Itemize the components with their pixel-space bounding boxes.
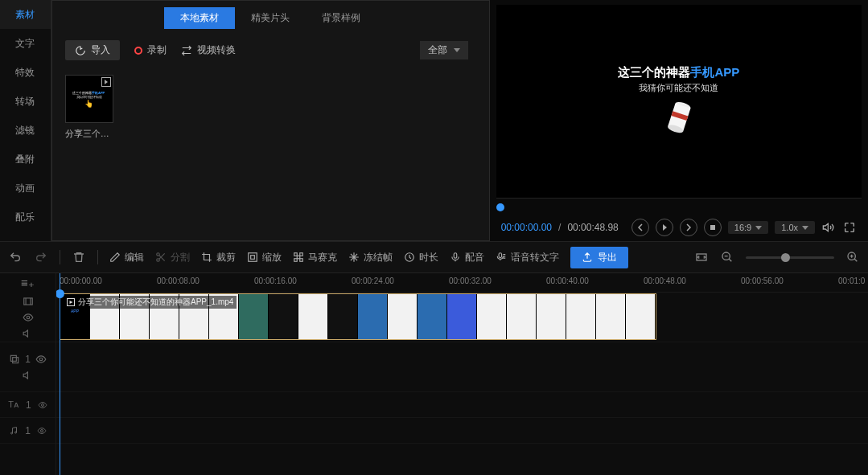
freeze-button[interactable]: 冻结帧 xyxy=(348,251,393,264)
eye-icon[interactable] xyxy=(35,354,47,365)
record-icon xyxy=(134,47,142,55)
zoom-in-button[interactable] xyxy=(845,250,860,264)
video-clip[interactable]: 分享三个你可能还不知道的神器APP_1.mp4 APP xyxy=(60,293,656,340)
stop-button[interactable] xyxy=(704,219,722,236)
audio-track[interactable] xyxy=(56,418,868,444)
prev-frame-button[interactable] xyxy=(631,219,649,236)
text-track-header[interactable]: Tᴀ 1 xyxy=(0,392,56,418)
svg-rect-13 xyxy=(300,259,303,262)
sidebar-item-text[interactable]: 文字 xyxy=(0,29,51,58)
time-current: 00:00:00.00 xyxy=(501,222,552,233)
voice2text-button[interactable]: 语音转文字 xyxy=(496,251,559,264)
eye-icon[interactable] xyxy=(23,312,34,323)
video-track[interactable]: 分享三个你可能还不知道的神器APP_1.mp4 APP xyxy=(56,293,868,342)
sidebar-item-transition[interactable]: 转场 xyxy=(0,87,51,116)
duration-button[interactable]: 时长 xyxy=(404,251,438,264)
main-toolbar: 编辑 分割 裁剪 缩放 马赛克 冻结帧 时长 配音 语音转文字 导出 xyxy=(0,241,868,273)
sidebar-item-overlay[interactable]: 叠附 xyxy=(0,145,51,174)
next-frame-button[interactable] xyxy=(680,219,697,236)
convert-icon xyxy=(181,45,192,56)
timeline-body[interactable]: 00:00:00.00 00:00:08.00 00:00:16.00 00:0… xyxy=(56,273,868,475)
preview-scrubber[interactable] xyxy=(496,198,862,214)
playhead[interactable] xyxy=(60,273,60,475)
aspect-ratio-dropdown[interactable]: 16:9 xyxy=(728,221,768,234)
text-track[interactable] xyxy=(56,392,868,418)
convert-label: 视频转换 xyxy=(197,43,236,57)
eye-icon[interactable] xyxy=(38,400,47,410)
ruler-tick: 00:00:24.00 xyxy=(352,276,394,285)
mosaic-button[interactable]: 马赛克 xyxy=(293,251,337,264)
tab-local[interactable]: 本地素材 xyxy=(164,7,235,29)
sidebar-item-animation[interactable]: 动画 xyxy=(0,174,51,203)
preview-panel: 这三个的神器手机APP 我猜你可能还不知道 00:00:00.00 / 00:0… xyxy=(490,0,868,241)
undo-button[interactable] xyxy=(8,250,23,264)
film-icon xyxy=(23,296,34,307)
asset-name: 分享三个你... xyxy=(65,128,113,140)
svg-rect-16 xyxy=(499,253,502,258)
convert-button[interactable]: 视频转换 xyxy=(181,43,236,57)
video-track-header[interactable] xyxy=(0,293,56,342)
overlay-track[interactable] xyxy=(56,342,868,392)
layers-icon xyxy=(9,354,20,365)
export-button[interactable]: 导出 xyxy=(570,247,628,268)
tab-backgrounds[interactable]: 背景样例 xyxy=(306,7,376,29)
filter-label: 全部 xyxy=(428,43,447,57)
add-track-button[interactable]: ≡₊ xyxy=(21,276,35,290)
import-button[interactable]: 导入 xyxy=(65,40,120,60)
fit-button[interactable] xyxy=(694,250,709,264)
zoom-slider[interactable] xyxy=(746,256,834,259)
record-button[interactable]: 录制 xyxy=(134,43,167,57)
speaker-icon[interactable] xyxy=(23,370,34,381)
volume-icon[interactable] xyxy=(821,220,836,235)
tab-intros[interactable]: 精美片头 xyxy=(235,7,306,29)
svg-point-24 xyxy=(39,358,43,361)
clip-label: 分享三个你可能还不知道的神器APP_1.mp4 xyxy=(64,296,237,309)
asset-tabs: 本地素材 精美片头 背景样例 xyxy=(52,1,489,34)
preview-canvas[interactable]: 这三个的神器手机APP 我猜你可能还不知道 xyxy=(496,5,862,198)
ruler-tick: 00:01:0 xyxy=(838,276,865,285)
timeline-gutter: ≡₊ 1 Tᴀ 1 1 xyxy=(0,273,56,475)
dub-button[interactable]: 配音 xyxy=(450,251,484,264)
play-button[interactable] xyxy=(656,219,673,236)
edit-button[interactable]: 编辑 xyxy=(109,251,144,264)
speed-dropdown[interactable]: 1.0x xyxy=(775,221,815,234)
timeline: ≡₊ 1 Tᴀ 1 1 xyxy=(0,273,868,475)
crop-button[interactable]: 裁剪 xyxy=(201,251,236,264)
asset-toolbar: 导入 录制 视频转换 全部 xyxy=(52,34,489,67)
ruler-tick: 00:00:56.00 xyxy=(741,276,784,285)
left-sidebar: 素材 文字 特效 转场 滤镜 叠附 动画 配乐 xyxy=(0,0,51,241)
preview-controls: 00:00:00.00 / 00:00:48.98 16:9 1.0x xyxy=(496,214,862,241)
music-icon xyxy=(9,426,19,436)
sidebar-item-assets[interactable]: 素材 xyxy=(0,0,51,29)
svg-rect-7 xyxy=(249,253,257,262)
preview-graphic xyxy=(664,99,693,137)
svg-rect-20 xyxy=(23,297,32,304)
sidebar-item-filter[interactable]: 滤镜 xyxy=(0,116,51,145)
sidebar-item-fx[interactable]: 特效 xyxy=(0,58,51,87)
time-separator: / xyxy=(558,222,561,233)
sidebar-item-music[interactable]: 配乐 xyxy=(0,203,51,231)
ruler-tick: 00:00:32.00 xyxy=(449,276,492,285)
time-total: 00:00:48.98 xyxy=(567,222,618,233)
asset-item[interactable]: 这三个的神器手机APP 我猜你可能还不知道 👆 分享三个你... xyxy=(65,75,113,140)
scrub-handle[interactable] xyxy=(496,203,504,211)
svg-point-26 xyxy=(11,432,13,434)
svg-point-28 xyxy=(40,429,43,432)
ruler-tick: 00:00:48.00 xyxy=(644,276,686,285)
timeline-ruler[interactable]: 00:00:00.00 00:00:08.00 00:00:16.00 00:0… xyxy=(56,273,868,293)
delete-button[interactable] xyxy=(72,250,86,264)
filter-dropdown[interactable]: 全部 xyxy=(420,41,468,59)
scale-button[interactable]: 缩放 xyxy=(247,251,282,264)
svg-point-25 xyxy=(41,403,43,406)
split-button[interactable]: 分割 xyxy=(155,251,190,264)
redo-button[interactable] xyxy=(34,250,48,264)
overlay-track-header[interactable]: 1 xyxy=(0,342,56,392)
record-label: 录制 xyxy=(147,43,167,57)
zoom-out-button[interactable] xyxy=(720,250,734,264)
svg-point-21 xyxy=(27,316,30,319)
eye-icon[interactable] xyxy=(37,426,47,436)
speaker-icon[interactable] xyxy=(23,328,34,339)
audio-track-header[interactable]: 1 xyxy=(0,418,56,444)
text-icon: Tᴀ xyxy=(8,399,19,410)
fullscreen-icon[interactable] xyxy=(842,220,857,235)
